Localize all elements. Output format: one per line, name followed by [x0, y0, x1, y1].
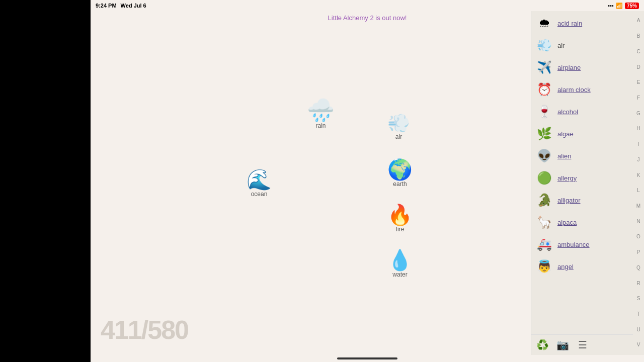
alpha-l[interactable]: L: [637, 188, 640, 193]
element-tray: 🌧acid rain💨air✈️airplane⏰alarm clock🍷alc…: [531, 11, 644, 355]
alpha-o[interactable]: O: [636, 234, 640, 239]
list-item-angel[interactable]: 👼angel: [532, 255, 632, 278]
canvas-element-rain[interactable]: 🌧️ rain: [307, 99, 335, 129]
alpha-j[interactable]: J: [637, 157, 640, 162]
alpaca-icon: 🦙: [535, 213, 553, 231]
status-left: 9:24 PM Wed Jul 6: [96, 3, 146, 9]
battery-percent: 75%: [627, 3, 637, 9]
alpha-e[interactable]: E: [637, 80, 640, 85]
tray-bottom: ♻️ 📷 ☰: [531, 334, 644, 355]
canvas-element-air[interactable]: 💨 air: [387, 114, 410, 140]
list-item-ambulance[interactable]: 🚑ambulance: [532, 233, 632, 255]
alpha-v[interactable]: V: [637, 342, 640, 347]
alpha-t[interactable]: T: [637, 312, 640, 317]
acid-rain-name: acid rain: [557, 20, 582, 27]
date: Wed Jul 6: [121, 3, 146, 9]
fire-canvas-icon: 🔥: [387, 205, 413, 225]
alpha-d[interactable]: D: [636, 65, 640, 70]
element-counter: 411/580: [101, 315, 188, 345]
list-item-air[interactable]: 💨air: [532, 34, 632, 56]
alpha-m[interactable]: M: [636, 204, 640, 209]
list-item-alarm-clock[interactable]: ⏰alarm clock: [532, 78, 632, 101]
wifi-icon: 📶: [616, 3, 623, 9]
alien-icon: 👽: [535, 147, 553, 165]
list-item-alligator[interactable]: 🐊alligator: [532, 189, 632, 211]
ocean-label: ocean: [251, 191, 268, 198]
ocean-icon: 🌊: [247, 169, 272, 190]
list-item-alien[interactable]: 👽alien: [532, 145, 632, 167]
canvas-element-earth[interactable]: 🌍 earth: [387, 159, 413, 188]
angel-name: angel: [557, 263, 574, 270]
allergy-name: allergy: [557, 174, 577, 182]
air-canvas-label: air: [395, 133, 402, 140]
air-icon: 💨: [535, 36, 553, 54]
rain-icon: 🌧️: [307, 99, 335, 121]
alpha-k[interactable]: K: [637, 173, 640, 178]
list-item-algae[interactable]: 🌿algae: [532, 123, 632, 145]
alarm-clock-name: alarm clock: [557, 86, 591, 94]
earth-canvas-icon: 🌍: [387, 159, 413, 179]
list-item-acid-rain[interactable]: 🌧acid rain: [532, 12, 632, 34]
alpha-index: ABCDEFGHIJKLMNOPQRSTUV: [633, 11, 644, 355]
status-bar: 9:24 PM Wed Jul 6 ▪▪▪ 📶 75%: [91, 0, 644, 11]
ambulance-icon: 🚑: [535, 235, 553, 253]
alpha-c[interactable]: C: [636, 49, 640, 54]
alpaca-name: alpaca: [557, 219, 577, 226]
canvas-element-water[interactable]: 💧 water: [387, 250, 413, 278]
canvas-area: 🌧️ rain 🌊 ocean 💨 air 🌍 earth 🔥 fire 💧 w…: [91, 11, 531, 355]
alpha-g[interactable]: G: [636, 111, 640, 116]
air-canvas-icon: 💨: [387, 114, 410, 132]
water-canvas-label: water: [392, 271, 407, 278]
alpha-q[interactable]: Q: [636, 265, 640, 270]
alpha-u[interactable]: U: [636, 327, 640, 332]
alcohol-name: alcohol: [557, 108, 578, 116]
alcohol-icon: 🍷: [535, 103, 553, 121]
home-bar: [91, 355, 644, 362]
time: 9:24 PM: [96, 3, 117, 9]
alpha-a[interactable]: A: [637, 18, 640, 23]
alpha-b[interactable]: B: [637, 34, 640, 39]
battery-indicator: 75%: [625, 3, 639, 9]
rain-label: rain: [315, 122, 326, 129]
alligator-icon: 🐊: [535, 191, 553, 209]
home-indicator[interactable]: [337, 357, 397, 359]
alpha-h[interactable]: H: [636, 126, 640, 131]
alien-name: alien: [557, 152, 571, 160]
canvas-element-fire[interactable]: 🔥 fire: [387, 205, 413, 233]
allergy-icon: 🟢: [535, 169, 553, 187]
signal-icon: ▪▪▪: [608, 3, 614, 9]
airplane-name: airplane: [557, 64, 581, 71]
alpha-i[interactable]: I: [638, 142, 639, 147]
algae-name: algae: [557, 130, 574, 138]
earth-canvas-label: earth: [393, 180, 407, 188]
game-area: Little Alchemy 2 is out now! 🌧️ rain 🌊 o…: [91, 11, 644, 355]
left-bar: [0, 0, 91, 362]
list-item-allergy[interactable]: 🟢allergy: [532, 167, 632, 189]
algae-icon: 🌿: [535, 125, 553, 143]
alpha-s[interactable]: S: [637, 296, 640, 301]
alligator-name: alligator: [557, 197, 581, 204]
camera-icon[interactable]: 📷: [554, 337, 571, 353]
alpha-r[interactable]: R: [636, 281, 640, 286]
ambulance-name: ambulance: [557, 241, 590, 248]
menu-icon[interactable]: ☰: [575, 337, 591, 353]
list-item-alpaca[interactable]: 🦙alpaca: [532, 211, 632, 233]
recycle-icon[interactable]: ♻️: [534, 337, 550, 353]
air-name: air: [557, 42, 565, 49]
airplane-icon: ✈️: [535, 58, 553, 76]
element-list[interactable]: 🌧acid rain💨air✈️airplane⏰alarm clock🍷alc…: [531, 11, 644, 334]
list-item-alcohol[interactable]: 🍷alcohol: [532, 101, 632, 123]
acid-rain-icon: 🌧: [535, 14, 553, 32]
list-item-airplane[interactable]: ✈️airplane: [532, 56, 632, 78]
fire-canvas-label: fire: [396, 226, 405, 233]
status-right: ▪▪▪ 📶 75%: [608, 3, 639, 9]
alarm-clock-icon: ⏰: [535, 80, 553, 99]
alpha-p[interactable]: P: [637, 250, 640, 255]
alpha-f[interactable]: F: [637, 96, 640, 101]
canvas-element-ocean[interactable]: 🌊 ocean: [247, 169, 272, 198]
water-canvas-icon: 💧: [387, 250, 413, 270]
angel-icon: 👼: [535, 257, 553, 276]
alpha-n[interactable]: N: [636, 219, 640, 224]
